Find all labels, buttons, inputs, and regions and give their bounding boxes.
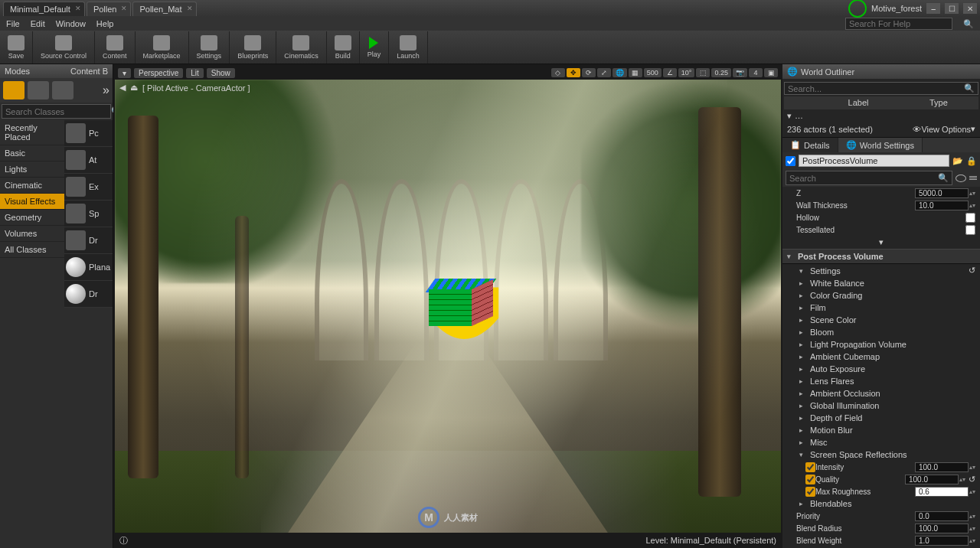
- close-icon[interactable]: ✕: [121, 5, 127, 12]
- toolbar-build[interactable]: Build: [327, 31, 360, 64]
- tab-details[interactable]: 📋Details: [782, 138, 838, 152]
- menu-window[interactable]: Window: [56, 19, 86, 28]
- toolbar-launch[interactable]: Launch: [389, 31, 428, 64]
- toolbar-play[interactable]: Play: [360, 31, 390, 64]
- toolbar-settings[interactable]: Settings: [189, 31, 230, 64]
- maximize-button[interactable]: ☐: [945, 3, 959, 14]
- asset-item[interactable]: Dr: [64, 227, 113, 254]
- col-label[interactable]: Label: [787, 98, 929, 107]
- outliner-search-input[interactable]: [788, 84, 964, 93]
- asset-item[interactable]: Pc: [64, 120, 113, 147]
- viewport[interactable]: ▾ Perspective Lit Show ◇ ✥ ⟳ ⤢ 🌐 ▦ 500 ∠…: [113, 64, 782, 548]
- group-bloom[interactable]: ▸Bloom: [782, 326, 980, 338]
- toolbar-source-control[interactable]: Source Control: [33, 31, 95, 64]
- class-search[interactable]: 🔍: [2, 104, 111, 119]
- group-ao[interactable]: ▸Ambient Occlusion: [782, 387, 980, 400]
- class-search-input[interactable]: [5, 107, 111, 116]
- eject-icon[interactable]: ⏏: [130, 83, 138, 93]
- details-body[interactable]: Z5000.0▴▾ Wall Thickness10.0▴▾ Hollow Te…: [782, 187, 980, 548]
- group-scene-color[interactable]: ▸Scene Color: [782, 314, 980, 326]
- minimize-button[interactable]: ‒: [926, 3, 940, 14]
- eye-icon[interactable]: 👁: [913, 125, 921, 134]
- group-lpv[interactable]: ▸Light Propagation Volume: [782, 338, 980, 351]
- category-geometry[interactable]: Geometry: [0, 210, 64, 226]
- snap-scale-icon[interactable]: ⬚: [696, 68, 710, 77]
- intensity-value[interactable]: 100.0: [915, 462, 969, 472]
- close-button[interactable]: ✕: [963, 3, 977, 14]
- group-misc[interactable]: ▸Misc: [782, 436, 980, 449]
- group-blendables[interactable]: ▸Blendables: [782, 497, 980, 510]
- transform-move-icon[interactable]: ✥: [567, 68, 580, 77]
- snap-angle-value[interactable]: 10°: [678, 68, 695, 77]
- group-motion-blur[interactable]: ▸Motion Blur: [782, 424, 980, 436]
- snap-angle-icon[interactable]: ∠: [663, 68, 677, 77]
- asset-item[interactable]: Sp: [64, 201, 113, 227]
- wall-value[interactable]: 10.0: [915, 201, 969, 210]
- quality-value[interactable]: 100.0: [905, 475, 959, 484]
- viewport-lit[interactable]: Lit: [186, 68, 204, 78]
- group-white-balance[interactable]: ▸White Balance: [782, 277, 980, 289]
- world-outliner-header[interactable]: 🌐World Outliner: [782, 64, 980, 79]
- menu-edit[interactable]: Edit: [31, 19, 45, 28]
- group-dof[interactable]: ▸Depth of Field: [782, 412, 980, 424]
- snap-scale-value[interactable]: 0.25: [711, 68, 731, 77]
- viewport-scene[interactable]: M 人人素材: [115, 80, 781, 533]
- info-icon[interactable]: ⓘ: [119, 535, 128, 546]
- section-ppv[interactable]: ▾Post Process Volume: [782, 249, 980, 264]
- radius-value[interactable]: 100.0: [915, 524, 969, 533]
- landscape-mode-icon[interactable]: [52, 81, 74, 99]
- search-help-input[interactable]: [845, 18, 952, 30]
- category-vfx[interactable]: Visual Effects: [0, 194, 64, 210]
- close-icon[interactable]: ✕: [75, 5, 81, 12]
- group-film[interactable]: ▸Film: [782, 302, 980, 314]
- hollow-checkbox[interactable]: [965, 213, 975, 223]
- asset-item[interactable]: At: [64, 147, 113, 174]
- max-roughness-value[interactable]: 0.6: [915, 487, 969, 497]
- group-auto-exposure[interactable]: ▸Auto Exposure: [782, 363, 980, 375]
- asset-item[interactable]: Ex: [64, 174, 113, 201]
- browse-icon[interactable]: 📂: [952, 156, 963, 166]
- menu-help[interactable]: Help: [96, 19, 114, 28]
- override-checkbox[interactable]: [805, 487, 815, 497]
- group-ssr[interactable]: ▾Screen Space Reflections: [782, 449, 980, 461]
- reset-icon[interactable]: ↺: [969, 475, 975, 484]
- camera-speed-value[interactable]: 4: [749, 68, 763, 77]
- details-search-input[interactable]: [789, 174, 938, 183]
- category-lights[interactable]: Lights: [0, 161, 64, 178]
- category-volumes[interactable]: Volumes: [0, 226, 64, 242]
- group-ambient-cubemap[interactable]: ▸Ambient Cubemap: [782, 351, 980, 363]
- lock-icon[interactable]: 🔒: [966, 156, 977, 166]
- group-color-grading[interactable]: ▸Color Grading: [782, 289, 980, 302]
- snap-grid-value[interactable]: 500: [644, 68, 662, 77]
- title-tab-pollen[interactable]: Pollen✕: [87, 2, 132, 16]
- outliner-row[interactable]: ▾…: [784, 109, 978, 122]
- selected-actor-name[interactable]: [799, 155, 949, 167]
- paint-mode-icon[interactable]: [28, 81, 49, 99]
- mode-expand-icon[interactable]: »: [103, 83, 109, 97]
- group-lens-flares[interactable]: ▸Lens Flares: [782, 375, 980, 387]
- category-basic[interactable]: Basic: [0, 145, 64, 161]
- toolbar-save[interactable]: Save: [0, 31, 33, 64]
- tessellated-checkbox[interactable]: [965, 225, 975, 235]
- asset-item[interactable]: Dr: [64, 281, 113, 308]
- close-icon[interactable]: ✕: [187, 5, 193, 12]
- compile-status-icon[interactable]: [848, 0, 867, 18]
- property-matrix-icon[interactable]: [969, 176, 977, 180]
- section-settings[interactable]: ▾Settings↺: [782, 264, 980, 277]
- transform-scale-icon[interactable]: ⤢: [597, 68, 611, 77]
- viewport-menu-icon[interactable]: ▾: [118, 68, 131, 78]
- toolbar-blueprints[interactable]: Blueprints: [230, 31, 276, 64]
- volume-gizmo[interactable]: [421, 279, 505, 363]
- title-tab-pollen-mat[interactable]: Pollen_Mat✕: [132, 2, 196, 16]
- actor-enabled-checkbox[interactable]: [786, 156, 795, 166]
- collapse-section-icon[interactable]: ▾: [782, 236, 980, 249]
- back-icon[interactable]: ◀: [119, 83, 126, 93]
- toolbar-marketplace[interactable]: Marketplace: [136, 31, 189, 64]
- priority-value[interactable]: 0.0: [915, 511, 969, 521]
- weight-value[interactable]: 1.0: [915, 536, 969, 546]
- menu-file[interactable]: File: [6, 19, 20, 28]
- z-value[interactable]: 5000.0: [915, 188, 969, 198]
- category-recent[interactable]: Recently Placed: [0, 120, 64, 145]
- viewport-perspective[interactable]: Perspective: [134, 68, 183, 78]
- snap-grid-icon[interactable]: ▦: [629, 68, 642, 77]
